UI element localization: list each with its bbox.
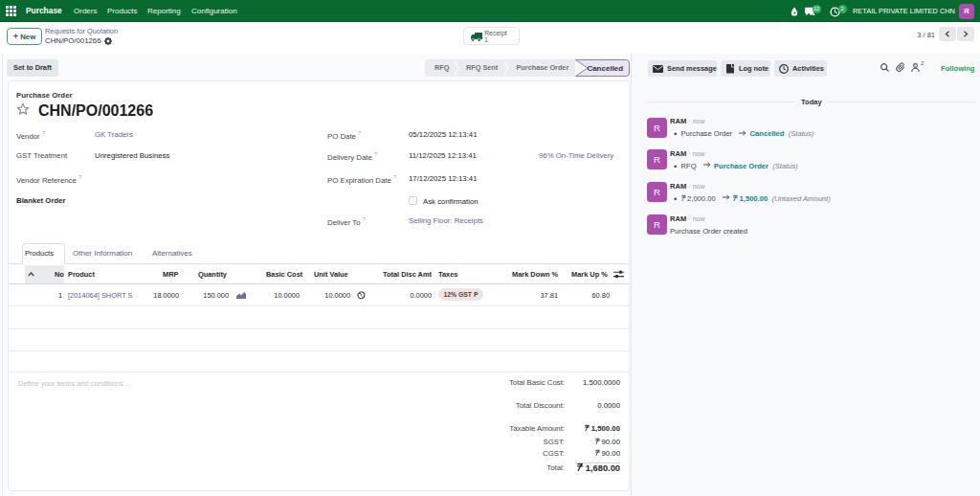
svg-text:Cancelled: Cancelled bbox=[587, 64, 623, 73]
